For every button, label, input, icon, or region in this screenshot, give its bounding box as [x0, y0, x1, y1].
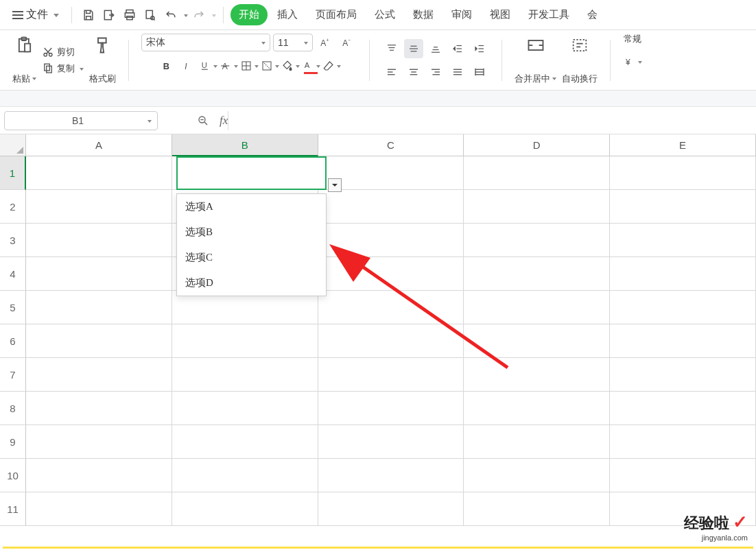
quick-access-toolbar: 文件 开始 插入 页面布局 公式 数据 审阅 视图 开发工具 会 [0, 0, 756, 30]
align-right-icon[interactable] [426, 62, 445, 82]
align-bottom-icon[interactable] [426, 39, 445, 58]
file-menu[interactable]: 文件 [7, 5, 64, 25]
separator [610, 40, 611, 81]
fx-icon[interactable]: fx [220, 114, 228, 128]
increase-indent-icon[interactable] [470, 39, 489, 58]
tab-view[interactable]: 视图 [482, 4, 519, 25]
col-header[interactable]: C [318, 134, 464, 156]
cell-style-icon[interactable] [260, 56, 279, 75]
formula-bar: B1 fx [0, 107, 756, 134]
fill-color-icon[interactable] [281, 56, 300, 75]
increase-font-icon[interactable]: A+ [316, 33, 335, 52]
col-header[interactable]: A [26, 134, 172, 156]
row-header[interactable]: 6 [0, 324, 26, 358]
tab-more[interactable]: 会 [579, 4, 606, 25]
cut-button[interactable]: 剪切 [42, 46, 75, 58]
svg-text:B: B [163, 61, 169, 71]
dropdown-option[interactable]: 选项D [177, 270, 326, 296]
svg-text:+: + [327, 38, 329, 43]
col-header[interactable]: D [464, 134, 610, 156]
svg-text:−: − [349, 38, 351, 43]
row-header[interactable]: 10 [0, 459, 26, 492]
column-headers: A B C D E [26, 134, 756, 156]
redo-dropdown[interactable] [210, 10, 216, 20]
col-header[interactable]: B [172, 134, 318, 156]
font-color-icon[interactable]: A [301, 56, 320, 75]
row-header[interactable]: 4 [0, 257, 26, 291]
row-header[interactable]: 5 [0, 291, 26, 324]
tab-review[interactable]: 审阅 [443, 4, 480, 25]
svg-text:¥: ¥ [625, 58, 630, 67]
merge-label[interactable]: 合并居中 [515, 73, 556, 85]
tab-formula[interactable]: 公式 [366, 4, 403, 25]
format-painter-icon[interactable] [93, 36, 113, 55]
paste-label[interactable]: 粘贴 [12, 73, 36, 85]
align-top-icon[interactable] [382, 39, 401, 58]
tab-data[interactable]: 数据 [405, 4, 442, 25]
print-icon[interactable] [120, 5, 139, 25]
merge-cells-icon[interactable] [526, 36, 545, 55]
ribbon: 粘贴 剪切 复制 格式刷 宋体 11 A+ A− B I U A A [0, 30, 756, 91]
underline-icon[interactable]: U [198, 56, 217, 75]
eraser-icon[interactable] [322, 56, 341, 75]
row-header[interactable]: 2 [0, 190, 26, 224]
zoom-out-icon[interactable] [193, 111, 213, 130]
strikethrough-icon[interactable]: A [219, 56, 238, 75]
separator [223, 7, 224, 23]
undo-icon[interactable] [161, 5, 180, 25]
row-header[interactable]: 3 [0, 224, 26, 257]
justify-icon[interactable] [448, 62, 467, 82]
cell-dropdown-button[interactable] [328, 178, 342, 192]
align-center-icon[interactable] [404, 62, 423, 82]
tab-insert[interactable]: 插入 [269, 4, 306, 25]
font-size-select[interactable]: 11 [273, 34, 313, 51]
tab-layout[interactable]: 页面布局 [307, 4, 365, 25]
print-preview-icon[interactable] [141, 5, 160, 25]
row-header[interactable]: 11 [0, 492, 26, 526]
undo-dropdown[interactable] [182, 10, 188, 20]
cells-area[interactable] [26, 156, 756, 546]
align-middle-icon[interactable] [404, 39, 423, 58]
font-family-select[interactable]: 宋体 [141, 34, 270, 51]
name-box[interactable]: B1 [4, 111, 158, 130]
currency-icon[interactable]: ¥ [623, 52, 642, 71]
separator [501, 40, 502, 81]
svg-rect-25 [263, 62, 271, 70]
svg-rect-10 [45, 64, 50, 71]
wrap-label[interactable]: 自动换行 [562, 73, 598, 85]
row-header[interactable]: 9 [0, 425, 26, 459]
border-icon[interactable] [239, 56, 259, 75]
decrease-font-icon[interactable]: A− [338, 33, 357, 52]
italic-icon[interactable]: I [178, 56, 197, 75]
dropdown-option[interactable]: 选项C [177, 245, 326, 270]
dropdown-option[interactable]: 选项A [177, 194, 326, 219]
col-header[interactable]: E [610, 134, 756, 156]
bold-icon[interactable]: B [157, 56, 176, 75]
row-header[interactable]: 7 [0, 358, 26, 392]
row-header[interactable]: 8 [0, 392, 26, 425]
merge-wrap-group: 合并居中 自动换行 [508, 33, 604, 87]
tab-start[interactable]: 开始 [231, 4, 268, 25]
formula-input[interactable] [228, 111, 756, 130]
number-format-label[interactable]: 常规 [624, 33, 641, 45]
align-left-icon[interactable] [382, 62, 401, 82]
export-icon[interactable] [99, 5, 119, 25]
tab-devtools[interactable]: 开发工具 [520, 4, 578, 25]
wrap-text-icon[interactable] [570, 36, 589, 55]
decrease-indent-icon[interactable] [448, 39, 467, 58]
validation-dropdown[interactable]: 选项A 选项B 选项C 选项D [176, 193, 327, 296]
chevron-down-icon [51, 9, 59, 21]
save-icon[interactable] [79, 5, 98, 25]
row-header[interactable]: 1 [0, 156, 26, 190]
redo-icon[interactable] [189, 5, 209, 25]
watermark: 经验啦 ✓ jingyanla.com [684, 512, 748, 542]
distribute-icon[interactable] [470, 62, 489, 82]
format-painter-label[interactable]: 格式刷 [89, 73, 116, 85]
copy-button[interactable]: 复制 [42, 62, 84, 75]
dropdown-option[interactable]: 选项B [177, 219, 326, 245]
row-headers: 1 2 3 4 5 6 7 8 9 10 11 [0, 156, 26, 526]
select-all-corner[interactable] [0, 134, 26, 156]
alignment-group [375, 33, 496, 87]
svg-text:A: A [304, 61, 309, 69]
paste-icon[interactable] [15, 36, 34, 55]
